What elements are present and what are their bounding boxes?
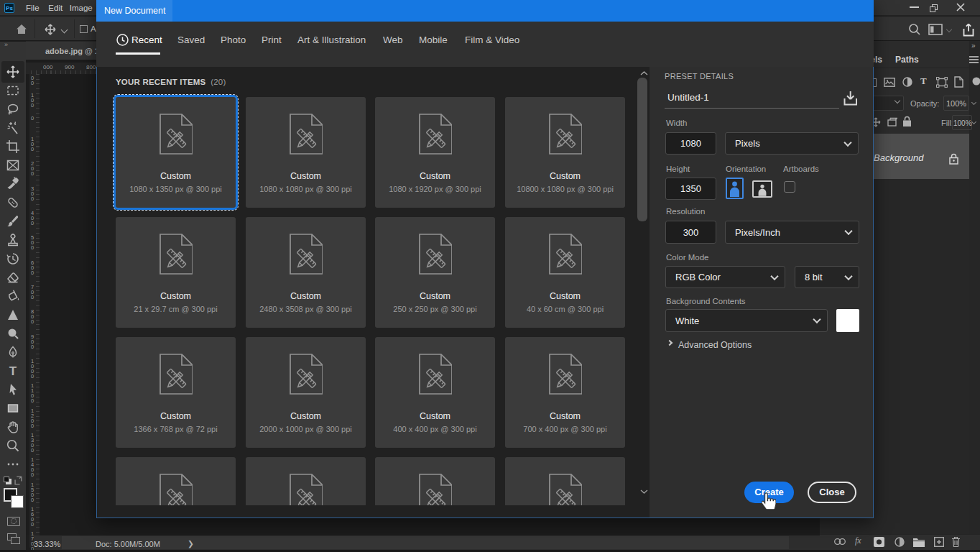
svg-text:T: T <box>9 364 17 378</box>
